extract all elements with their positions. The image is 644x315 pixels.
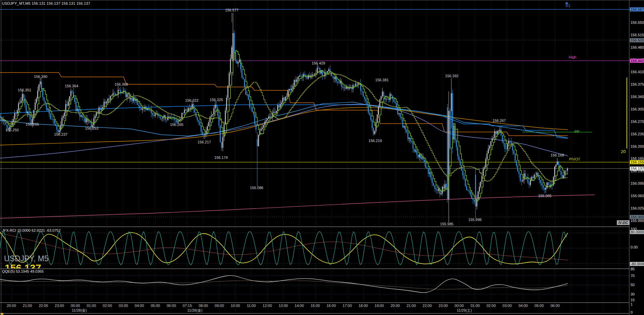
- price-annotation: 156.217: [198, 140, 211, 144]
- qqe-plot: [0, 269, 629, 302]
- price-annotation: 156.381: [375, 78, 389, 82]
- axis-tick-156.340: 156.340: [631, 95, 644, 99]
- time-label: 14:00: [295, 304, 304, 308]
- price-annotation: 156.219: [369, 139, 382, 143]
- axis-tick-156.480: 156.480: [631, 45, 644, 49]
- r1-level-label[interactable]: R1: [566, 4, 570, 8]
- time-label: 06:00: [551, 304, 560, 308]
- axis-tick-156.410: 156.410: [631, 70, 644, 74]
- axis-tick-156.442: 156.442: [630, 59, 644, 63]
- price-annotation: 156.368: [115, 82, 128, 86]
- price-annotation: 156.364: [65, 84, 78, 88]
- time-label: 21:00: [406, 304, 416, 308]
- price-annotation: 156.267: [492, 119, 506, 123]
- price-annotation: 156.392: [445, 74, 459, 78]
- time-label: 18:00: [358, 304, 368, 308]
- time-label: 15:00: [311, 304, 320, 308]
- axis-tick-30: 30: [631, 292, 635, 296]
- r1-marker-icon: [565, 2, 568, 4]
- axis-tick--80.0000: -80.0000: [630, 262, 644, 266]
- price-annotation: 156.266: [26, 122, 39, 126]
- time-label: 04:00: [518, 304, 528, 308]
- price-annotation: 155.996: [468, 218, 482, 222]
- price-annotation: 156.237: [54, 132, 68, 136]
- time-label: 20:00: [7, 304, 16, 308]
- time-label: 02:00: [486, 304, 496, 308]
- time-label: 17:00: [343, 304, 352, 308]
- high-level-label[interactable]: High: [569, 55, 576, 59]
- axis-tick-156.515: 156.515: [631, 33, 644, 37]
- price-annotation: 156.577: [225, 8, 239, 12]
- price-annotation: 156.250: [5, 128, 19, 132]
- price-annotation: 156.429: [312, 61, 325, 65]
- price-annotation: 156.174: [214, 155, 228, 160]
- rci-panel-overlay: JFX-RCI 10.0000 62.9231 -63.0752 USDJPY,…: [0, 227, 630, 268]
- panel-separator-2[interactable]: [0, 268, 644, 269]
- time-label: 02:00: [103, 304, 112, 308]
- qqe-indicator-label: QQE(5) 53.1945 49.0365: [2, 269, 44, 273]
- chart-ohlc-title: USDJPY_MT,M5 156.131 156.137 156.131 156…: [2, 1, 90, 5]
- price-annotation: 156.086: [250, 186, 263, 190]
- time-label: 10:00: [231, 304, 240, 308]
- main-plot: [0, 0, 629, 226]
- axis-tick-155.990: 155.990: [631, 219, 644, 223]
- axis-tick-50: 50: [631, 283, 635, 287]
- time-label: 06:00: [167, 304, 176, 308]
- date-label: 11/28(金): [187, 308, 202, 313]
- nav-tag[interactable]: /V-DC: [617, 220, 630, 225]
- rci-indicator-label: JFX-RCI 10.0000 62.9231 -63.0752: [2, 228, 60, 232]
- axis-tick-80.0000: 80.0000: [630, 230, 644, 234]
- quick-nav-box[interactable]: [1, 313, 3, 315]
- price-annotation: 156.390: [34, 75, 47, 79]
- time-label: 09:00: [215, 304, 224, 308]
- panel-separator-1[interactable]: [0, 226, 644, 227]
- axis-tick-156.155: 156.155: [630, 160, 644, 164]
- date-label: 11/28(金): [72, 308, 87, 313]
- axis-tick-156.235: 156.235: [631, 132, 644, 136]
- time-label: 23:00: [438, 304, 448, 308]
- time-label: 03:00: [119, 304, 128, 308]
- time-label: 21:00: [23, 304, 32, 308]
- axis-tick-156.375: 156.375: [631, 82, 644, 86]
- axis-tick-0.00: 0.00: [631, 245, 638, 249]
- pp-level-label[interactable]: PP: [574, 130, 579, 134]
- axis-tick-1: 1: [631, 302, 633, 306]
- axis-tick-156.200: 156.200: [631, 144, 644, 148]
- axis-tick-156.587: 156.587: [630, 7, 644, 11]
- price-axis[interactable]: 156.587156.550156.515156.500156.480156.4…: [630, 0, 644, 315]
- time-label: 16:00: [327, 304, 336, 308]
- axis-tick-156.025: 156.025: [631, 206, 644, 210]
- price-annotation: 156.168: [551, 153, 564, 157]
- panel-separator-3[interactable]: [0, 302, 644, 303]
- price-annotation: 156.065: [538, 194, 552, 198]
- panel-separator-4: [0, 313, 644, 314]
- time-label: 07:15: [183, 304, 192, 308]
- axis-tick-15: 15: [631, 298, 635, 302]
- pivot-level-label[interactable]: PIVOT: [569, 157, 580, 161]
- time-label: 22:00: [423, 304, 432, 308]
- price-annotation: 156.325: [210, 98, 223, 102]
- axis-tick-156.095: 156.095: [631, 181, 644, 185]
- time-label: 13:00: [278, 304, 288, 308]
- time-label: 23:00: [55, 304, 64, 308]
- pip-gauge-label: 20: [621, 149, 626, 154]
- time-label: 03:00: [503, 304, 512, 308]
- time-label: 00:00: [455, 304, 464, 308]
- watermark-price: 156.137: [5, 262, 41, 268]
- price-annotation: 156.265: [170, 123, 183, 127]
- time-label: 05:00: [534, 304, 544, 308]
- time-label: 01:00: [87, 304, 96, 308]
- axis-tick-0: 0: [631, 310, 633, 314]
- axis-tick-156.270: 156.270: [631, 120, 644, 124]
- time-label: 05:00: [151, 304, 160, 308]
- axis-tick-156.305: 156.305: [631, 107, 644, 111]
- watermark-symbol: USDJPY, M5: [4, 254, 49, 263]
- axis-tick-85: 85: [631, 267, 635, 271]
- time-label: 08:00: [199, 304, 208, 308]
- date-label: 11/29(土): [457, 308, 472, 313]
- axis-tick-70: 70: [631, 274, 635, 278]
- axis-tick-156.550: 156.550: [631, 20, 644, 25]
- price-annotation: 156.322: [185, 98, 199, 102]
- time-label: 22:00: [39, 304, 48, 308]
- mt4-chart-window: USDJPY_MT,M5 156.131 156.137 156.131 156…: [0, 0, 644, 315]
